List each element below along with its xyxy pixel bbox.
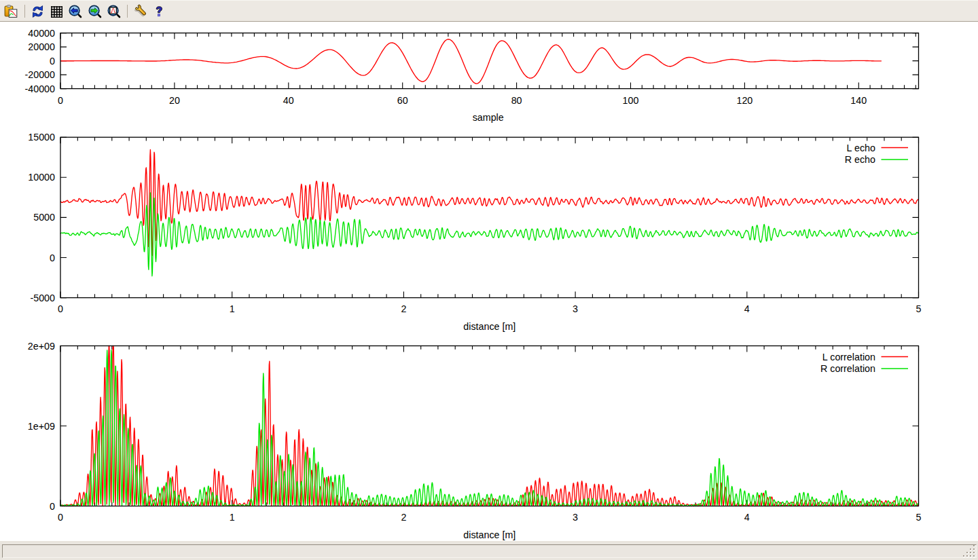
svg-text:1e+09: 1e+09 [28, 421, 55, 432]
svg-text:2e+09: 2e+09 [28, 341, 55, 352]
svg-text:-40000: -40000 [24, 83, 55, 94]
svg-text:sample: sample [473, 112, 504, 123]
svg-text:20000: 20000 [28, 41, 55, 52]
svg-text:0: 0 [50, 253, 55, 263]
svg-text:5: 5 [916, 303, 922, 314]
svg-text:4: 4 [744, 303, 750, 314]
svg-text:1: 1 [230, 303, 235, 314]
svg-text:140: 140 [850, 95, 867, 106]
svg-text:10000: 10000 [28, 172, 55, 183]
svg-text:4: 4 [744, 512, 750, 523]
svg-text:-20000: -20000 [24, 69, 55, 80]
svg-text:0: 0 [58, 303, 63, 314]
svg-text:2: 2 [401, 512, 406, 523]
svg-text:L echo: L echo [847, 143, 875, 153]
svg-text:5: 5 [916, 512, 922, 523]
svg-text:R correlation: R correlation [820, 363, 875, 374]
svg-text:1: 1 [230, 512, 235, 523]
svg-text:0: 0 [58, 512, 63, 523]
svg-text:80: 80 [511, 95, 522, 106]
svg-text:120: 120 [736, 95, 753, 106]
svg-text:0: 0 [58, 95, 63, 106]
svg-text:3: 3 [573, 512, 578, 523]
svg-text:40000: 40000 [28, 28, 55, 39]
svg-text:0: 0 [50, 56, 55, 67]
svg-text:R echo: R echo [845, 154, 875, 165]
svg-text:-5000: -5000 [30, 293, 55, 303]
svg-text:100: 100 [623, 95, 639, 106]
svg-text:20: 20 [169, 95, 180, 106]
svg-text:60: 60 [397, 95, 408, 106]
svg-text:3: 3 [573, 303, 578, 314]
svg-text:40: 40 [283, 95, 294, 106]
svg-text:2: 2 [401, 303, 406, 314]
svg-text:L correlation: L correlation [822, 352, 875, 362]
svg-text:distance [m]: distance [m] [463, 529, 515, 540]
svg-text:0: 0 [50, 501, 55, 512]
svg-text:15000: 15000 [28, 132, 55, 143]
svg-text:5000: 5000 [33, 212, 55, 223]
svg-text:distance [m]: distance [m] [463, 321, 515, 332]
